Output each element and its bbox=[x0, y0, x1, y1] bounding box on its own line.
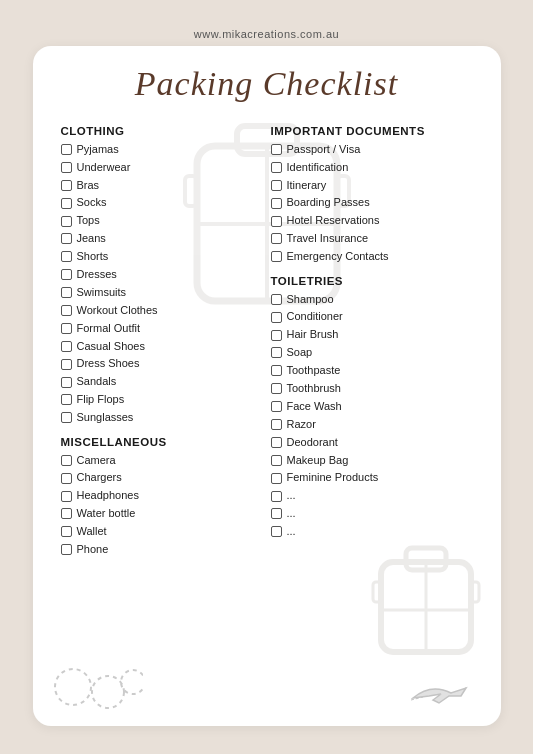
item-label: Hotel Reservations bbox=[287, 213, 380, 228]
list-item: Tops bbox=[61, 213, 263, 228]
checkbox[interactable] bbox=[271, 216, 282, 227]
checkbox[interactable] bbox=[271, 312, 282, 323]
svg-point-12 bbox=[55, 669, 91, 705]
item-label: Emergency Contacts bbox=[287, 249, 389, 264]
svg-line-15 bbox=[411, 697, 423, 700]
checkbox[interactable] bbox=[61, 233, 72, 244]
checkbox[interactable] bbox=[61, 198, 72, 209]
item-label: Tops bbox=[77, 213, 100, 228]
checkbox[interactable] bbox=[61, 216, 72, 227]
checkbox[interactable] bbox=[61, 544, 72, 555]
item-label: Sandals bbox=[77, 374, 117, 389]
item-label: ... bbox=[287, 488, 296, 503]
checkbox[interactable] bbox=[271, 251, 282, 262]
list-item: Hotel Reservations bbox=[271, 213, 473, 228]
list-item: Feminine Products bbox=[271, 470, 473, 485]
item-label: Chargers bbox=[77, 470, 122, 485]
list-item: Pyjamas bbox=[61, 142, 263, 157]
checkbox[interactable] bbox=[61, 508, 72, 519]
checkbox[interactable] bbox=[271, 198, 282, 209]
checkbox[interactable] bbox=[271, 144, 282, 155]
list-item: Hair Brush bbox=[271, 327, 473, 342]
item-label: Boarding Passes bbox=[287, 195, 370, 210]
checkbox[interactable] bbox=[271, 473, 282, 484]
item-label: Travel Insurance bbox=[287, 231, 369, 246]
list-item: Sunglasses bbox=[61, 410, 263, 425]
list-item: Boarding Passes bbox=[271, 195, 473, 210]
checkbox[interactable] bbox=[271, 401, 282, 412]
list-item: Underwear bbox=[61, 160, 263, 175]
checkbox[interactable] bbox=[271, 419, 282, 430]
checkbox[interactable] bbox=[61, 473, 72, 484]
item-label: Pyjamas bbox=[77, 142, 119, 157]
checkbox[interactable] bbox=[271, 508, 282, 519]
list-item: Itinerary bbox=[271, 178, 473, 193]
svg-rect-6 bbox=[381, 562, 471, 652]
item-label: Makeup Bag bbox=[287, 453, 349, 468]
checkbox[interactable] bbox=[271, 365, 282, 376]
misc-list: CameraChargersHeadphonesWater bottleWall… bbox=[61, 453, 263, 558]
item-label: Bras bbox=[77, 178, 100, 193]
checkbox[interactable] bbox=[61, 269, 72, 280]
item-label: Swimsuits bbox=[77, 285, 127, 300]
checkbox[interactable] bbox=[61, 341, 72, 352]
checkbox[interactable] bbox=[61, 162, 72, 173]
list-item: Conditioner bbox=[271, 309, 473, 324]
item-label: Identification bbox=[287, 160, 349, 175]
checkbox[interactable] bbox=[271, 347, 282, 358]
list-item: Soap bbox=[271, 345, 473, 360]
clothing-list: PyjamasUnderwearBrasSocksTopsJeansShorts… bbox=[61, 142, 263, 426]
page-wrapper: www.mikacreations.com.au bbox=[0, 0, 533, 754]
checkbox[interactable] bbox=[61, 377, 72, 388]
list-item: Identification bbox=[271, 160, 473, 175]
checkbox[interactable] bbox=[61, 323, 72, 334]
checkbox[interactable] bbox=[61, 394, 72, 405]
checkbox[interactable] bbox=[61, 359, 72, 370]
checkbox[interactable] bbox=[61, 144, 72, 155]
checkbox[interactable] bbox=[271, 233, 282, 244]
checkbox[interactable] bbox=[61, 455, 72, 466]
checkbox[interactable] bbox=[61, 287, 72, 298]
list-item: Deodorant bbox=[271, 435, 473, 450]
checkbox[interactable] bbox=[271, 455, 282, 466]
checkbox[interactable] bbox=[271, 437, 282, 448]
item-label: Jeans bbox=[77, 231, 106, 246]
main-columns: CLOTHING PyjamasUnderwearBrasSocksTopsJe… bbox=[61, 115, 473, 560]
list-item: Travel Insurance bbox=[271, 231, 473, 246]
list-item: ... bbox=[271, 524, 473, 539]
list-item: Jeans bbox=[61, 231, 263, 246]
list-item: Formal Outfit bbox=[61, 321, 263, 336]
plane-decoration bbox=[411, 678, 471, 712]
checkbox[interactable] bbox=[61, 491, 72, 502]
item-label: ... bbox=[287, 524, 296, 539]
checkbox[interactable] bbox=[271, 294, 282, 305]
list-item: Casual Shoes bbox=[61, 339, 263, 354]
list-item: Workout Clothes bbox=[61, 303, 263, 318]
svg-point-14 bbox=[121, 670, 143, 694]
checkbox[interactable] bbox=[271, 180, 282, 191]
docs-list: Passport / VisaIdentificationItineraryBo… bbox=[271, 142, 473, 265]
list-item: Razor bbox=[271, 417, 473, 432]
list-item: Wallet bbox=[61, 524, 263, 539]
item-label: Wallet bbox=[77, 524, 107, 539]
checkbox[interactable] bbox=[61, 251, 72, 262]
item-label: Socks bbox=[77, 195, 107, 210]
checkbox[interactable] bbox=[61, 305, 72, 316]
list-item: Camera bbox=[61, 453, 263, 468]
checkbox[interactable] bbox=[61, 526, 72, 537]
toiletries-list: ShampooConditionerHair BrushSoapToothpas… bbox=[271, 292, 473, 540]
list-item: ... bbox=[271, 488, 473, 503]
section-title-clothing: CLOTHING bbox=[61, 125, 263, 137]
checkbox[interactable] bbox=[271, 330, 282, 341]
right-column: IMPORTANT DOCUMENTS Passport / VisaIdent… bbox=[271, 115, 473, 560]
checkbox[interactable] bbox=[271, 491, 282, 502]
checkbox[interactable] bbox=[271, 383, 282, 394]
checkbox[interactable] bbox=[61, 180, 72, 191]
item-label: ... bbox=[287, 506, 296, 521]
checkbox[interactable] bbox=[271, 526, 282, 537]
list-item: Passport / Visa bbox=[271, 142, 473, 157]
item-label: Water bottle bbox=[77, 506, 136, 521]
checkbox[interactable] bbox=[271, 162, 282, 173]
item-label: Conditioner bbox=[287, 309, 343, 324]
checkbox[interactable] bbox=[61, 412, 72, 423]
